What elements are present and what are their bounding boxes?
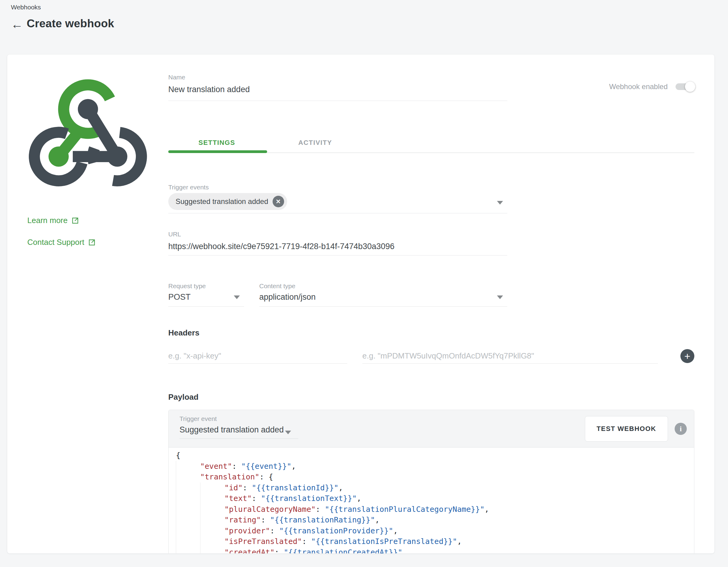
tabs: SETTINGS ACTIVITY <box>168 134 694 153</box>
payload-panel: Trigger event Suggested translation adde… <box>168 410 694 553</box>
breadcrumb: Webhooks <box>11 4 41 11</box>
url-label: URL <box>168 230 507 238</box>
learn-more-label: Learn more <box>27 216 68 225</box>
name-label: Name <box>168 73 507 81</box>
webhook-enabled-toggle-group: Webhook enabled <box>609 82 694 91</box>
active-tab-indicator <box>168 150 267 153</box>
trigger-event-chip: Suggested translation added ✕ <box>168 193 287 210</box>
contact-support-label: Contact Support <box>27 238 84 247</box>
chevron-down-icon[interactable] <box>497 201 503 205</box>
payload-panel-header: Trigger event Suggested translation adde… <box>169 410 694 448</box>
left-column: Learn more Contact Support <box>7 55 168 553</box>
header-key-input[interactable] <box>168 348 347 364</box>
webhook-enabled-label: Webhook enabled <box>609 82 668 91</box>
payload-heading: Payload <box>168 392 694 402</box>
contact-support-link[interactable]: Contact Support <box>27 238 96 247</box>
content-type-value[interactable]: application/json <box>259 292 507 302</box>
payload-code[interactable]: {"event": "{{event}}","translation": {"i… <box>169 448 694 553</box>
trigger-events-field[interactable]: Trigger events Suggested translation add… <box>168 183 507 213</box>
switch-knob <box>685 82 695 92</box>
info-icon[interactable]: i <box>675 423 687 435</box>
back-arrow-icon[interactable]: ← <box>9 16 25 32</box>
name-value[interactable]: New translation added <box>168 84 507 95</box>
external-link-icon <box>88 239 96 247</box>
chip-remove-icon[interactable]: ✕ <box>273 196 284 207</box>
chip-label: Suggested translation added <box>176 197 268 206</box>
tab-activity[interactable]: ACTIVITY <box>267 134 364 151</box>
learn-more-link[interactable]: Learn more <box>27 216 79 225</box>
type-row: Request type POST Content type applicati… <box>168 282 694 307</box>
headers-heading: Headers <box>168 328 694 337</box>
page-title: Create webhook <box>27 17 114 30</box>
external-link-icon <box>71 217 79 225</box>
name-field[interactable]: Name New translation added <box>168 73 507 101</box>
content-type-select[interactable]: Content type application/json <box>259 282 507 307</box>
trigger-events-label: Trigger events <box>168 183 507 191</box>
payload-trigger-event-select[interactable]: Trigger event Suggested translation adde… <box>179 415 298 439</box>
payload-trigger-event-value[interactable]: Suggested translation added <box>179 424 298 435</box>
headers-row: + <box>168 348 694 364</box>
url-value[interactable]: https://webhook.site/c9e75921-7719-4f28-… <box>168 241 507 252</box>
webhook-card: Learn more Contact Support Name <box>7 55 714 553</box>
add-header-button[interactable]: + <box>680 349 694 363</box>
webhook-logo-icon <box>27 76 149 197</box>
create-webhook-page: Webhooks ← Create webhook <box>0 0 728 567</box>
webhook-enabled-switch[interactable] <box>676 83 694 90</box>
header-value-input[interactable] <box>362 348 658 364</box>
request-type-select[interactable]: Request type POST <box>168 282 244 307</box>
test-webhook-button[interactable]: TEST WEBHOOK <box>585 416 668 441</box>
chevron-down-icon[interactable] <box>497 295 503 299</box>
trigger-events-chips: Suggested translation added ✕ <box>168 193 507 210</box>
chevron-down-icon[interactable] <box>285 431 291 434</box>
url-field[interactable]: URL https://webhook.site/c9e75921-7719-4… <box>168 230 507 256</box>
tab-settings[interactable]: SETTINGS <box>168 134 265 151</box>
request-type-value[interactable]: POST <box>168 292 244 302</box>
content-type-label: Content type <box>259 282 507 290</box>
main-column: Name New translation added Webhook enabl… <box>168 55 694 553</box>
request-type-label: Request type <box>168 282 244 290</box>
chevron-down-icon[interactable] <box>234 295 240 299</box>
payload-trigger-event-label: Trigger event <box>179 415 298 423</box>
